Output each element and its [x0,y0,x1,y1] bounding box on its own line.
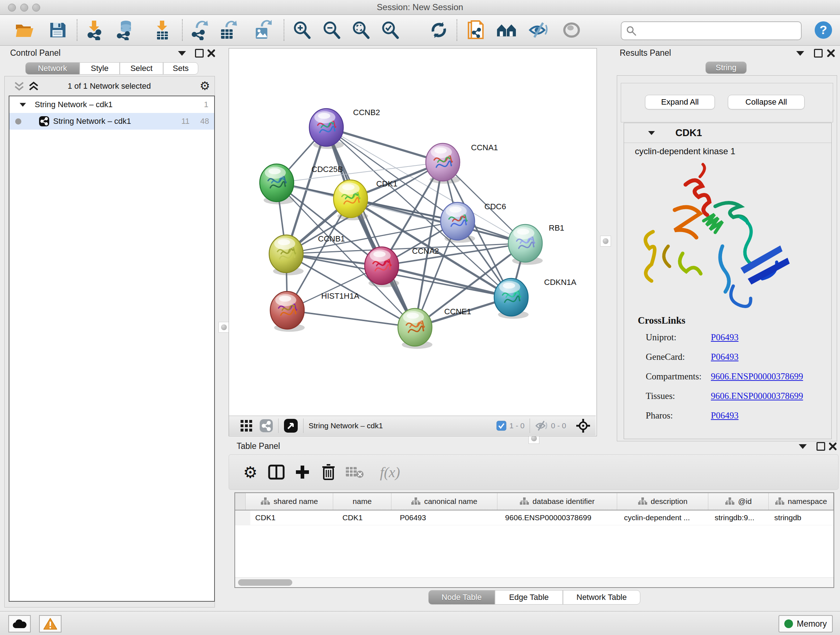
zoom-in-button[interactable] [292,20,312,40]
hidden-eye-icon[interactable] [535,420,548,431]
table-cell[interactable]: CDK1 [337,510,395,525]
table-cell[interactable]: CDK1 [250,510,338,525]
zoom-out-button[interactable] [321,20,341,40]
string-style-icon[interactable] [259,419,273,432]
float-panel-icon[interactable] [814,49,823,57]
show-columns-icon[interactable] [266,462,287,483]
network-node-ccnb1[interactable] [269,235,303,275]
export-view-icon[interactable] [284,418,298,433]
close-panel-icon[interactable] [829,442,837,451]
network-node-cdk1[interactable] [333,180,368,220]
import-table-from-file-button[interactable] [152,20,172,40]
collapse-section-icon[interactable] [648,131,655,135]
network-node-rb1[interactable] [508,225,543,264]
network-node-hist1h1a[interactable] [270,291,305,332]
crosslink-link[interactable]: P06493 [711,333,738,342]
help-button[interactable]: ? [813,20,834,40]
panel-menu-icon[interactable] [796,51,804,56]
table-horizontal-scrollbar[interactable] [235,578,834,587]
network-node-ccna2[interactable] [365,247,399,287]
export-network-button[interactable] [189,20,210,40]
network-tree: String Network – cdk1 1 String Network –… [9,96,215,602]
table-cell[interactable]: 9606.ENSP00000378699 [500,510,619,525]
column-header-description[interactable]: description [617,493,709,510]
delete-table-icon[interactable] [344,462,365,483]
network-node-cdkn1a[interactable] [494,279,529,318]
warnings-button[interactable] [39,615,62,632]
show-all-button[interactable] [561,20,582,40]
network-node-ccna1[interactable] [426,143,460,184]
table-cell[interactable]: stringdb:9... [710,510,769,525]
table-panel-title: Table Panel [237,441,280,451]
float-panel-icon[interactable] [816,442,825,451]
crosslink-link[interactable]: 9606.ENSP00000378699 [711,391,803,401]
network-edge-hist1h1a-ccne1[interactable] [287,310,415,327]
tab-node-table[interactable]: Node Table [428,590,495,605]
collection-expander-icon[interactable] [19,103,26,106]
first-neighbors-button[interactable] [496,20,516,40]
network-node-ccne1[interactable] [398,309,432,348]
network-options-gear-icon[interactable]: ⚙ [200,79,210,93]
table-cell[interactable]: stringdb [769,510,834,525]
crosslink-link[interactable]: 9606.ENSP00000378699 [711,371,803,382]
birdseye-grid-icon[interactable] [240,419,253,432]
gene-card-header[interactable]: CDK1 [624,123,831,143]
save-session-button[interactable] [47,20,68,40]
close-panel-icon[interactable] [207,49,216,57]
network-node-ccnb2[interactable] [309,109,344,149]
clone-network-button[interactable] [466,20,486,40]
zoom-fit-button[interactable] [351,20,371,40]
float-panel-icon[interactable] [195,49,204,57]
memory-button[interactable]: Memory [778,615,833,632]
tab-edge-table[interactable]: Edge Table [495,590,563,605]
panel-menu-icon[interactable] [799,444,807,449]
function-builder-button[interactable]: f(x) [370,462,410,483]
navigator-crosshair-icon[interactable] [576,418,591,433]
collapse-all-button[interactable]: Collapse All [728,95,805,109]
tab-string-results[interactable]: String [706,62,747,74]
tab-select[interactable]: Select [120,62,163,74]
table-settings-gear-icon[interactable]: ⚙ [240,462,261,483]
selected-checkbox-icon[interactable] [496,421,507,431]
panel-menu-icon[interactable] [178,51,186,56]
toolbar-search-field[interactable] [621,21,802,40]
tab-network-table[interactable]: Network Table [563,590,640,605]
table-data-row[interactable]: CDK1CDK1P064939606.ENSP00000378699cyclin… [235,510,834,525]
import-network-from-file-button[interactable] [84,20,104,40]
column-header--id[interactable]: @id [708,493,768,510]
hide-selected-button[interactable] [529,20,549,40]
crosslink-link[interactable]: P06493 [711,352,738,362]
column-header-canonical-name[interactable]: canonical name [392,493,497,510]
network-row[interactable]: String Network – cdk1 11 48 [9,113,214,130]
network-node-cdc25b[interactable] [260,164,294,204]
column-header-namespace[interactable]: namespace [769,493,834,510]
warning-triangle-icon [43,618,57,630]
column-header-database-identifier[interactable]: database identifier [497,493,617,510]
crosslink-link[interactable]: P06493 [711,410,738,421]
search-input[interactable] [639,26,801,36]
network-collection-row[interactable]: String Network – cdk1 1 [9,96,214,113]
tab-sets[interactable]: Sets [163,62,198,74]
table-cell[interactable]: P06493 [395,510,500,525]
network-graph[interactable]: CCNB2CCNA1CDC25BCDK1CDC6RB1CCNB1CCNA2CDK… [229,49,596,416]
expand-all-button[interactable]: Expand All [645,95,715,109]
right-splitter-handle[interactable] [600,236,611,247]
table-cell[interactable]: cyclin-dependent ... [619,510,710,525]
export-image-button[interactable] [252,20,272,40]
import-network-from-database-button[interactable] [114,20,134,40]
left-splitter-handle[interactable] [218,322,229,333]
column-header-shared-name[interactable]: shared name [246,493,333,510]
apply-layout-button[interactable] [429,20,449,40]
open-session-button[interactable] [14,20,35,40]
scrollbar-thumb[interactable] [238,579,292,586]
close-panel-icon[interactable] [827,49,835,57]
export-table-button[interactable] [218,20,238,40]
delete-column-trash-icon[interactable] [318,462,339,483]
cloud-status-button[interactable] [8,615,31,632]
network-canvas[interactable]: CCNB2CCNA1CDC25BCDK1CDC6RB1CCNB1CCNA2CDK… [229,49,596,416]
add-column-icon[interactable] [292,462,313,483]
tab-style[interactable]: Style [80,62,120,74]
column-header-name[interactable]: name [333,493,391,510]
zoom-selected-button[interactable] [380,20,400,40]
tab-network[interactable]: Network [25,62,80,74]
